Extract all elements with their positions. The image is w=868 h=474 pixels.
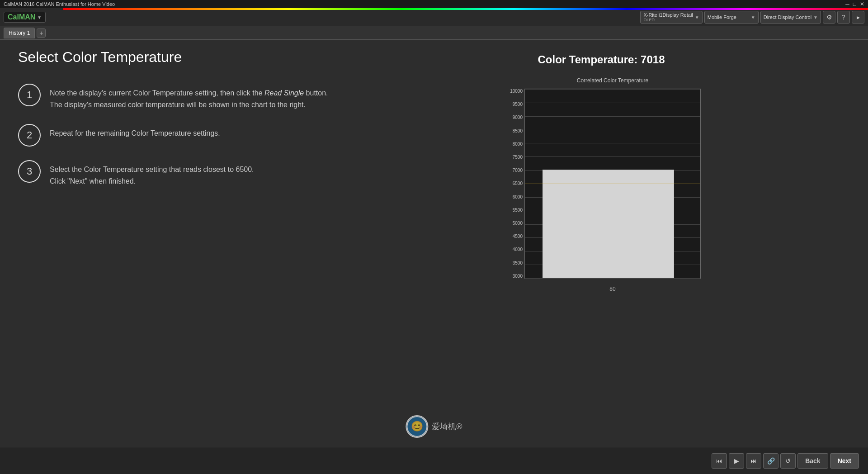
- help-button[interactable]: ?: [837, 11, 850, 24]
- y-label: 10000: [510, 89, 523, 94]
- right-panel: Color Temperature: 7018 Correlated Color…: [353, 49, 850, 438]
- main-content: Select Color Temperature 1 Note the disp…: [0, 40, 868, 447]
- y-label: 9000: [513, 115, 523, 120]
- y-label: 6500: [513, 181, 523, 186]
- gear-icon: ⚙: [826, 14, 832, 21]
- grid-line: [525, 143, 700, 143]
- forward-icon: ⏭: [750, 457, 757, 465]
- y-label: 5500: [513, 208, 523, 213]
- y-label: 4000: [513, 247, 523, 252]
- link-button[interactable]: 🔗: [763, 453, 778, 469]
- grid-line: [525, 89, 700, 90]
- watermark-logo: 😊: [406, 415, 428, 438]
- y-label: 6000: [513, 194, 523, 199]
- step-3: 3 Select the Color Temperature setting t…: [18, 160, 335, 187]
- x-axis-labels: 80: [524, 279, 701, 292]
- tab-history-1[interactable]: History 1: [4, 28, 35, 38]
- logo-text: CalMAN: [8, 13, 35, 21]
- device2-dropdown[interactable]: Mobile Forge ▼: [704, 11, 759, 24]
- step-1: 1 Note the display's current Color Tempe…: [18, 84, 335, 110]
- chart-title: Color Temperature: 7018: [538, 53, 665, 66]
- grid-line: [525, 156, 700, 157]
- device2-arrow: ▼: [751, 15, 755, 20]
- step-2-circle: 2: [18, 124, 41, 147]
- y-label: 3000: [513, 274, 523, 279]
- bottom-bar: ⏮ ▶ ⏭ 🔗 ↺ Back Next: [0, 447, 868, 474]
- step-1-text: Note the display's current Color Tempera…: [50, 84, 328, 110]
- maximize-button[interactable]: □: [853, 1, 856, 7]
- y-label: 9500: [513, 102, 523, 107]
- next-button[interactable]: Next: [830, 453, 859, 469]
- y-label: 4500: [513, 234, 523, 239]
- grid-line: [525, 116, 700, 117]
- step-2-content: Repeat for the remaining Color Temperatu…: [50, 129, 220, 137]
- tab-bar: History 1 +: [0, 26, 868, 40]
- chart-area: [524, 89, 701, 279]
- watermark: 😊 爱埼机®: [406, 415, 462, 438]
- step-1-circle: 1: [18, 84, 41, 106]
- rewind-button[interactable]: ⏮: [712, 453, 727, 469]
- page-title: Select Color Temperature: [18, 49, 335, 66]
- refresh-button[interactable]: ↺: [780, 453, 796, 469]
- calman-logo[interactable]: CalMAN ▼: [4, 12, 46, 23]
- y-label: 7000: [513, 168, 523, 173]
- y-axis-labels: 1000095009000850080007500700065006000550…: [497, 89, 524, 279]
- collapse-button[interactable]: ▸: [852, 11, 864, 24]
- device2-label: Mobile Forge: [708, 14, 736, 20]
- tab-add-button[interactable]: +: [37, 28, 46, 38]
- rewind-icon: ⏮: [716, 457, 722, 465]
- y-label: 7500: [513, 155, 523, 160]
- step-2-text: Repeat for the remaining Color Temperatu…: [50, 124, 220, 139]
- grid-line: [525, 130, 700, 130]
- forward-button[interactable]: ⏭: [746, 453, 761, 469]
- step-2-number: 2: [27, 129, 32, 141]
- left-panel: Select Color Temperature 1 Note the disp…: [18, 49, 335, 438]
- app-title: CalMAN 2016 CalMAN Enthusiast for Home V…: [4, 1, 115, 7]
- minimize-button[interactable]: ─: [845, 1, 849, 7]
- y-label: 3500: [513, 261, 523, 265]
- back-button[interactable]: Back: [797, 453, 828, 469]
- title-bar: CalMAN 2016 CalMAN Enthusiast for Home V…: [0, 0, 868, 8]
- grid-line: [525, 103, 700, 103]
- chart-container: Correlated Color Temperature 10000950090…: [497, 75, 705, 292]
- x-label: 80: [609, 286, 615, 292]
- logo-dropdown-arrow: ▼: [37, 15, 42, 20]
- link-icon: 🔗: [767, 457, 775, 465]
- device3-arrow: ▼: [813, 15, 818, 20]
- y-label: 8000: [513, 142, 523, 147]
- svg-text:😊: 😊: [411, 420, 424, 432]
- gear-button[interactable]: ⚙: [823, 11, 835, 24]
- device1-label: X-Rite i1Display Retail: [643, 12, 693, 18]
- step-3-circle: 3: [18, 160, 41, 183]
- device1-sub: OLED: [643, 18, 693, 22]
- play-button[interactable]: ▶: [729, 453, 744, 469]
- chart-bar: [542, 170, 674, 278]
- top-right-controls: X-Rite i1Display Retail OLED ▼ Mobile Fo…: [640, 8, 864, 26]
- step-2: 2 Repeat for the remaining Color Tempera…: [18, 124, 335, 147]
- refresh-icon: ↺: [785, 457, 791, 465]
- device3-label: Direct Display Control: [764, 14, 811, 20]
- step-1-italic: Read Single: [264, 89, 304, 97]
- help-icon: ?: [842, 14, 845, 21]
- reference-line: [525, 184, 700, 184]
- device3-dropdown[interactable]: Direct Display Control ▼: [760, 11, 821, 24]
- step-3-number: 3: [27, 166, 32, 177]
- watermark-text: 爱埼机®: [432, 421, 462, 432]
- device1-dropdown[interactable]: X-Rite i1Display Retail OLED ▼: [640, 11, 702, 24]
- device1-arrow: ▼: [695, 15, 699, 20]
- chart-subtitle: Correlated Color Temperature: [524, 77, 701, 84]
- chevron-right-icon: ▸: [857, 14, 860, 21]
- step-1-number: 1: [27, 89, 32, 101]
- y-label: 5000: [513, 221, 523, 226]
- step-1-before: Note the display's current Color Tempera…: [50, 89, 264, 97]
- play-icon: ▶: [734, 457, 739, 465]
- y-label: 8500: [513, 128, 523, 133]
- window-controls[interactable]: ─ □ ✕: [845, 1, 864, 7]
- step-3-text: Select the Color Temperature setting tha…: [50, 160, 254, 187]
- close-button[interactable]: ✕: [860, 1, 864, 7]
